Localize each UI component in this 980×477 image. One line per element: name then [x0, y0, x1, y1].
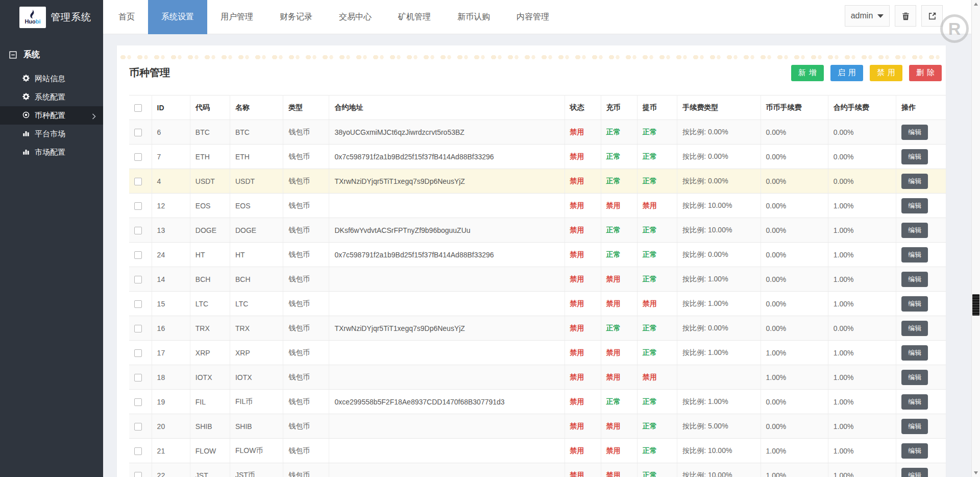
edit-button[interactable]: 编辑	[901, 321, 928, 336]
cell-id: 20	[152, 414, 190, 439]
edit-button[interactable]: 编辑	[901, 247, 928, 263]
select-all-checkbox[interactable]	[134, 104, 142, 112]
edit-button[interactable]: 编辑	[901, 468, 928, 477]
row-checkbox[interactable]	[134, 447, 142, 455]
top-tab-7[interactable]: 内容管理	[503, 0, 562, 34]
top-tab-3[interactable]: 财务记录	[266, 0, 326, 34]
top-tab-1[interactable]: 系统设置	[148, 0, 207, 34]
row-checkbox[interactable]	[134, 276, 142, 283]
scrollbar-thumb[interactable]	[972, 294, 979, 316]
sidebar-item-4[interactable]: 市场配置	[0, 143, 103, 161]
top-tab-5[interactable]: 矿机管理	[385, 0, 444, 34]
cell-name: USDT	[230, 169, 283, 194]
cell-coin-fee: 0.00%	[761, 169, 828, 194]
cell-id: 24	[152, 243, 190, 267]
column-header-4: 合约地址	[329, 96, 565, 120]
edit-button[interactable]: 编辑	[901, 198, 928, 213]
page-title: 币种管理	[129, 66, 170, 80]
row-checkbox[interactable]	[134, 325, 142, 332]
cell-contract-address: 0x7c598791f2a1b9Bd25f15f37fB414Ad88Bf332…	[329, 145, 565, 169]
row-checkbox[interactable]	[134, 153, 142, 161]
app-title: 管理系统	[51, 11, 91, 24]
row-checkbox[interactable]	[134, 202, 142, 210]
cell-code: LTC	[190, 292, 230, 316]
edit-button[interactable]: 编辑	[901, 272, 928, 287]
sidebar-item-label: 币种配置	[35, 111, 65, 121]
row-checkbox[interactable]	[134, 129, 142, 136]
cell-contract-address: 0xce299558b5F2F18Ae8937CDD1470f68B307791…	[329, 390, 565, 414]
edit-button[interactable]: 编辑	[901, 370, 928, 385]
logout-button[interactable]	[921, 5, 943, 27]
vertical-scrollbar[interactable]	[971, 0, 980, 477]
row-checkbox[interactable]	[134, 398, 142, 406]
cell-contract-fee: 1.00%	[828, 218, 896, 243]
circle-dot-icon	[22, 111, 30, 120]
cell-type: 钱包币	[283, 463, 329, 477]
top-tab-6[interactable]: 新币认购	[444, 0, 503, 34]
scroll-up-icon[interactable]	[974, 3, 978, 6]
edit-button[interactable]: 编辑	[901, 394, 928, 410]
enable-button[interactable]: 启用	[830, 65, 863, 81]
column-header-2: 名称	[230, 96, 283, 120]
sidebar-item-1[interactable]: 系统配置	[0, 88, 103, 106]
edit-button[interactable]: 编辑	[901, 419, 928, 434]
table-row: 12 EOS EOS 钱包币 禁用 禁用 禁用 按比例: 10.00% 0.00…	[129, 194, 946, 218]
column-header-9: 币币手续费	[761, 96, 828, 120]
row-checkbox[interactable]	[134, 251, 142, 259]
scroll-down-icon[interactable]	[974, 471, 978, 474]
sidebar-group-system[interactable]: 系统	[0, 34, 103, 69]
edit-button[interactable]: 编辑	[901, 149, 928, 164]
sidebar: Huobi 管理系统 系统 网站信息系统配置币种配置平台市场市场配置	[0, 0, 103, 477]
row-select-cell	[129, 120, 152, 145]
cell-coin-fee: 1.00%	[761, 439, 828, 463]
row-checkbox[interactable]	[134, 227, 142, 234]
cell-status: 禁用	[565, 194, 601, 218]
row-select-cell	[129, 292, 152, 316]
row-checkbox[interactable]	[134, 374, 142, 381]
sidebar-item-label: 平台市场	[35, 129, 65, 139]
cell-withdraw-status: 正常	[637, 439, 677, 463]
cell-type: 钱包币	[283, 341, 329, 365]
row-checkbox[interactable]	[134, 349, 142, 357]
trash-button[interactable]	[895, 5, 916, 27]
top-tab-2[interactable]: 用户管理	[207, 0, 266, 34]
cell-deposit-status: 禁用	[601, 292, 637, 316]
cell-contract-address	[329, 439, 565, 463]
user-menu-button[interactable]: admin	[845, 5, 890, 27]
edit-button[interactable]: 编辑	[901, 174, 928, 189]
sidebar-item-3[interactable]: 平台市场	[0, 125, 103, 143]
cell-coin-fee: 0.00%	[761, 292, 828, 316]
row-select-cell	[129, 390, 152, 414]
row-select-cell	[129, 316, 152, 341]
edit-button[interactable]: 编辑	[901, 296, 928, 312]
disable-button[interactable]: 禁用	[870, 65, 902, 81]
chevron-right-icon	[92, 112, 96, 121]
cell-fee-type	[677, 365, 761, 390]
top-tab-0[interactable]: 首页	[105, 0, 148, 34]
edit-button[interactable]: 编辑	[901, 223, 928, 238]
cell-contract-address: TXrwNziDYjqr5TiT1xegq7s9Dp6NeusYjZ	[329, 169, 565, 194]
edit-button[interactable]: 编辑	[901, 125, 928, 140]
delete-button[interactable]: 删除	[909, 65, 942, 81]
row-checkbox[interactable]	[134, 178, 142, 185]
cell-coin-fee: 0.00%	[761, 194, 828, 218]
edit-button[interactable]: 编辑	[901, 345, 928, 361]
sidebar-item-0[interactable]: 网站信息	[0, 69, 103, 88]
cell-code: TRX	[190, 316, 230, 341]
cell-id: 4	[152, 169, 190, 194]
cell-withdraw-status: 正常	[637, 120, 677, 145]
row-checkbox[interactable]	[134, 300, 142, 308]
edit-button[interactable]: 编辑	[901, 443, 928, 459]
cell-actions: 编辑	[896, 439, 946, 463]
cell-withdraw-status: 正常	[637, 390, 677, 414]
cell-contract-fee: 1.00%	[828, 463, 896, 477]
table-row: 18 IOTX IOTX 钱包币 禁用 禁用 禁用 1.00% 1.00% 编辑	[129, 365, 946, 390]
cell-actions: 编辑	[896, 169, 946, 194]
top-tab-4[interactable]: 交易中心	[326, 0, 385, 34]
sidebar-item-2[interactable]: 币种配置	[0, 106, 103, 125]
select-all-cell	[129, 96, 152, 120]
add-button[interactable]: 新增	[791, 65, 824, 81]
cell-fee-type: 按比例: 10.00%	[677, 439, 761, 463]
row-checkbox[interactable]	[134, 472, 142, 477]
row-checkbox[interactable]	[134, 423, 142, 431]
